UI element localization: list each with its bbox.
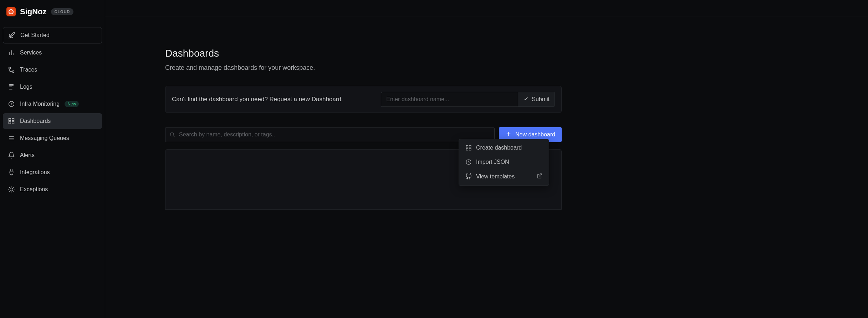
submit-button[interactable]: Submit xyxy=(518,92,555,107)
sidebar-item-infra-monitoring[interactable]: Infra Monitoring New xyxy=(3,96,102,112)
svg-point-9 xyxy=(170,133,174,136)
bar-chart-icon xyxy=(8,49,15,56)
svg-point-8 xyxy=(10,188,13,191)
new-dashboard-button-label: New dashboard xyxy=(515,131,555,138)
sidebar-header: SigNoz CLOUD xyxy=(3,4,102,19)
search-wrapper xyxy=(165,127,495,142)
sidebar-item-label: Logs xyxy=(20,84,32,90)
sidebar-item-integrations[interactable]: Integrations xyxy=(3,165,102,180)
sidebar-item-dashboards[interactable]: Dashboards xyxy=(3,113,102,129)
submit-button-label: Submit xyxy=(532,96,550,103)
cloud-badge: CLOUD xyxy=(51,8,74,15)
sidebar-item-services[interactable]: Services xyxy=(3,45,102,61)
page-subtitle: Create and manage dashboards for your wo… xyxy=(165,64,562,72)
bell-icon xyxy=(8,152,15,159)
dashboard-name-input[interactable] xyxy=(381,92,518,107)
main-content: Dashboards Create and manage dashboards … xyxy=(105,0,868,318)
dropdown-item-import-json[interactable]: Import JSON xyxy=(460,155,547,169)
dropdown-item-label: View templates xyxy=(476,173,515,180)
sidebar-item-label: Services xyxy=(20,49,42,56)
brand-name: SigNoz xyxy=(20,7,47,16)
top-bar xyxy=(105,0,868,16)
gauge-icon xyxy=(8,100,15,108)
svg-rect-10 xyxy=(466,145,468,147)
new-badge: New xyxy=(65,101,79,107)
sidebar-item-label: Traces xyxy=(20,67,37,73)
page-title: Dashboards xyxy=(165,48,562,59)
sidebar-item-exceptions[interactable]: Exceptions xyxy=(3,182,102,197)
sidebar-item-label: Dashboards xyxy=(20,118,51,124)
request-card-text: Can't find the dashboard you need? Reque… xyxy=(172,96,343,103)
svg-rect-12 xyxy=(466,148,468,150)
svg-rect-7 xyxy=(12,122,14,124)
sidebar-item-label: Messaging Queues xyxy=(20,135,69,141)
hierarchy-icon xyxy=(8,66,15,73)
svg-rect-4 xyxy=(9,119,11,121)
brand-logo xyxy=(6,7,16,16)
external-link-icon xyxy=(537,173,542,180)
sidebar-item-label: Get Started xyxy=(20,32,50,38)
search-input[interactable] xyxy=(165,127,495,142)
dropdown-item-create-dashboard[interactable]: Create dashboard xyxy=(460,141,547,155)
rocket-icon xyxy=(8,32,15,39)
dashboard-icon xyxy=(8,118,15,125)
svg-rect-13 xyxy=(469,148,471,150)
sidebar-item-messaging-queues[interactable]: Messaging Queues xyxy=(3,130,102,146)
bug-icon xyxy=(8,186,15,193)
svg-point-1 xyxy=(12,71,14,73)
sidebar-item-traces[interactable]: Traces xyxy=(3,62,102,78)
dropdown-item-label: Create dashboard xyxy=(476,145,522,151)
new-dashboard-dropdown: Create dashboard Import JSON View templa… xyxy=(459,139,549,186)
sidebar: SigNoz CLOUD Get Started Services Traces xyxy=(0,0,105,318)
sidebar-item-label: Infra Monitoring xyxy=(20,101,60,107)
plus-icon xyxy=(505,131,512,139)
svg-rect-5 xyxy=(12,119,14,121)
github-icon xyxy=(465,173,472,180)
plug-icon xyxy=(8,169,15,176)
svg-point-0 xyxy=(9,67,11,69)
list-icon xyxy=(8,135,15,142)
dropdown-item-view-templates[interactable]: View templates xyxy=(460,169,547,184)
search-icon xyxy=(169,132,175,137)
request-input-group: Submit xyxy=(381,92,555,107)
dashboard-icon xyxy=(465,145,472,151)
logs-icon xyxy=(8,83,15,90)
sidebar-item-logs[interactable]: Logs xyxy=(3,79,102,95)
request-card: Can't find the dashboard you need? Reque… xyxy=(165,86,562,113)
sidebar-item-label: Alerts xyxy=(20,152,35,158)
dropdown-item-label: Import JSON xyxy=(476,159,509,165)
sidebar-item-alerts[interactable]: Alerts xyxy=(3,147,102,163)
check-icon xyxy=(523,96,529,103)
sidebar-item-label: Exceptions xyxy=(20,186,48,193)
history-icon xyxy=(465,159,472,165)
sidebar-item-label: Integrations xyxy=(20,169,50,176)
svg-rect-6 xyxy=(9,122,11,124)
sidebar-item-get-started[interactable]: Get Started xyxy=(3,27,102,43)
svg-rect-11 xyxy=(469,145,471,147)
